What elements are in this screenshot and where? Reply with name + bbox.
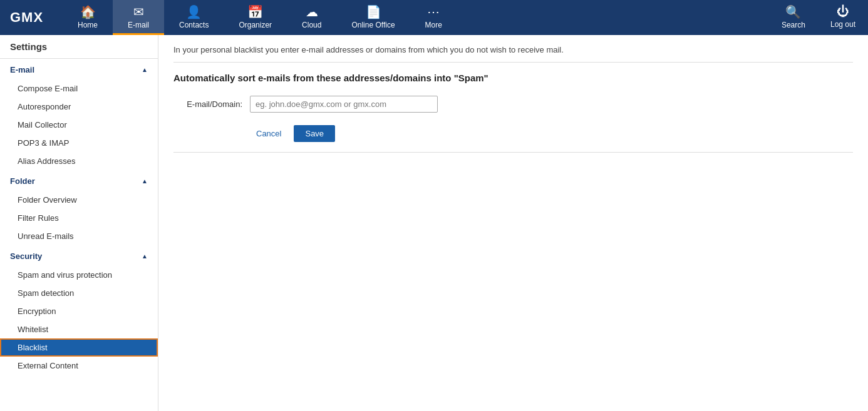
sidebar: Settings E-mail ▲ Compose E-mail Autores… (0, 35, 158, 411)
sidebar-item-blacklist[interactable]: Blacklist (0, 338, 158, 357)
content-description: In your personal blacklist you enter e-m… (173, 45, 853, 63)
nav-online-office[interactable]: 📄 Online Office (336, 0, 410, 35)
sidebar-item-encryption[interactable]: Encryption (0, 302, 158, 320)
sidebar-section-email-label: E-mail (10, 65, 34, 74)
nav-organizer-label: Organizer (239, 21, 272, 29)
nav-logout-label: Log out (830, 20, 855, 29)
sidebar-item-compose-email[interactable]: Compose E-mail (0, 79, 158, 98)
email-domain-form-row: E-mail/Domain: (173, 96, 853, 113)
nav-home-label: Home (78, 21, 98, 29)
main-content: In your personal blacklist you enter e-m… (158, 35, 868, 411)
email-domain-label: E-mail/Domain: (173, 99, 242, 109)
chevron-up-icon-3: ▲ (142, 253, 148, 260)
sidebar-item-spam-detection[interactable]: Spam detection (0, 284, 158, 302)
sidebar-item-whitelist[interactable]: Whitelist (0, 320, 158, 338)
save-button[interactable]: Save (294, 125, 335, 142)
contacts-icon: 👤 (186, 4, 202, 19)
nav-contacts[interactable]: 👤 Contacts (164, 0, 224, 35)
nav-organizer[interactable]: 📅 Organizer (224, 0, 287, 35)
email-icon: ✉ (133, 4, 144, 19)
more-icon: ⋯ (427, 4, 440, 19)
nav-search[interactable]: 🔍 Search (769, 0, 818, 35)
cloud-icon: ☁ (306, 4, 318, 19)
nav-cloud[interactable]: ☁ Cloud (287, 0, 336, 35)
nav-contacts-label: Contacts (179, 21, 209, 29)
nav-online-office-label: Online Office (351, 21, 395, 29)
sidebar-section-email-items: Compose E-mail Autoresponder Mail Collec… (0, 79, 158, 170)
sidebar-section-folder-label: Folder (10, 176, 35, 186)
sidebar-item-folder-overview[interactable]: Folder Overview (0, 191, 158, 209)
nav-search-label: Search (782, 21, 805, 29)
chevron-up-icon: ▲ (142, 66, 148, 73)
nav-right: 🔍 Search ⏻ Log out (769, 0, 868, 35)
sidebar-item-external-content[interactable]: External Content (0, 357, 158, 375)
logout-icon: ⏻ (837, 4, 849, 19)
form-buttons: Cancel Save (250, 125, 853, 142)
sidebar-item-alias-addresses[interactable]: Alias Addresses (0, 152, 158, 170)
home-icon: 🏠 (80, 4, 96, 19)
nav-logout[interactable]: ⏻ Log out (818, 0, 868, 35)
logo-text: GMX (10, 9, 43, 26)
sidebar-section-security-label: Security (10, 251, 42, 261)
nav-home[interactable]: 🏠 Home (63, 0, 113, 35)
nav-more[interactable]: ⋯ More (410, 0, 457, 35)
nav-email-label: E-mail (128, 21, 149, 29)
sidebar-section-folder[interactable]: Folder ▲ (0, 170, 158, 191)
sidebar-item-unread-emails[interactable]: Unread E-mails (0, 227, 158, 245)
top-nav: GMX 🏠 Home ✉ E-mail 👤 Contacts 📅 Organiz… (0, 0, 868, 35)
sidebar-section-security[interactable]: Security ▲ (0, 245, 158, 266)
sidebar-item-autoresponder[interactable]: Autoresponder (0, 98, 158, 116)
logo[interactable]: GMX (0, 0, 63, 35)
sidebar-item-pop3-imap[interactable]: POP3 & IMAP (0, 134, 158, 152)
sidebar-section-folder-items: Folder Overview Filter Rules Unread E-ma… (0, 191, 158, 245)
nav-more-label: More (425, 21, 442, 29)
online-office-icon: 📄 (366, 4, 381, 19)
sidebar-section-security-items: Spam and virus protection Spam detection… (0, 266, 158, 375)
sidebar-section-email[interactable]: E-mail ▲ (0, 59, 158, 79)
sidebar-item-mail-collector[interactable]: Mail Collector (0, 116, 158, 134)
organizer-icon: 📅 (247, 4, 263, 19)
settings-title: Settings (0, 35, 158, 59)
nav-email[interactable]: ✉ E-mail (113, 0, 164, 35)
chevron-up-icon-2: ▲ (142, 178, 148, 185)
content-section-title: Automatically sort e-mails from these ad… (173, 73, 853, 83)
nav-cloud-label: Cloud (302, 21, 321, 29)
content-divider (173, 152, 853, 153)
nav-items: 🏠 Home ✉ E-mail 👤 Contacts 📅 Organizer ☁… (63, 0, 769, 35)
sidebar-item-filter-rules[interactable]: Filter Rules (0, 209, 158, 227)
email-domain-input[interactable] (250, 96, 438, 113)
main-layout: Settings E-mail ▲ Compose E-mail Autores… (0, 35, 868, 411)
sidebar-item-spam-virus-protection[interactable]: Spam and virus protection (0, 266, 158, 284)
cancel-button[interactable]: Cancel (250, 126, 287, 141)
search-icon: 🔍 (785, 4, 801, 19)
